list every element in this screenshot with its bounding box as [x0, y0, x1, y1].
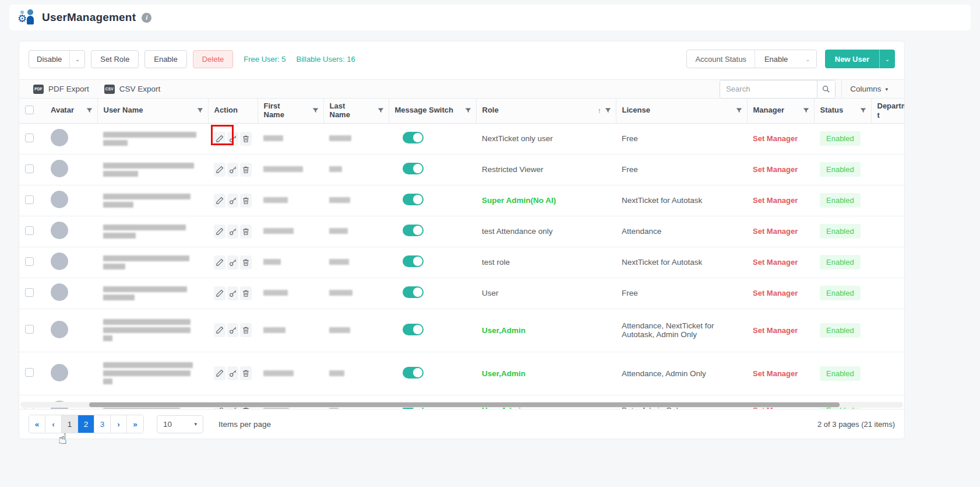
info-icon[interactable]: i — [142, 13, 151, 23]
reset-password-button[interactable] — [227, 323, 239, 337]
delete-row-button[interactable] — [240, 163, 252, 177]
filter-icon[interactable] — [86, 107, 93, 114]
select-all-checkbox[interactable] — [25, 106, 34, 114]
row-checkbox[interactable] — [25, 134, 34, 142]
last-page-button[interactable]: » — [127, 415, 143, 433]
set-manager-link[interactable]: Set Manager — [753, 165, 798, 174]
account-status-value[interactable]: Enable — [755, 55, 805, 64]
pdf-export-button[interactable]: PDF PDF Export — [33, 85, 89, 94]
page-2-button[interactable]: 2 — [78, 415, 94, 433]
scrollbar-thumb[interactable] — [89, 402, 840, 407]
first-name-redacted — [258, 352, 323, 395]
message-switch-toggle[interactable] — [403, 286, 424, 298]
set-manager-link[interactable]: Set Manager — [753, 196, 798, 205]
edit-button[interactable] — [214, 225, 225, 239]
table-row: User,Admin Attendance, Admin Only Set Ma… — [19, 352, 904, 395]
row-checkbox[interactable] — [25, 257, 34, 266]
filter-icon[interactable] — [803, 107, 809, 114]
message-switch-toggle[interactable] — [403, 367, 424, 379]
page-size-select[interactable]: 10 ▾ — [157, 415, 203, 433]
delete-row-button[interactable] — [240, 323, 252, 337]
edit-button[interactable] — [214, 366, 225, 380]
set-manager-link[interactable]: Set Manager — [753, 289, 798, 297]
set-manager-link[interactable]: Set Manager — [753, 134, 798, 143]
trash-icon — [242, 166, 250, 174]
search-button[interactable] — [817, 80, 835, 98]
prev-page-button[interactable]: ‹ — [45, 415, 62, 433]
message-switch-toggle[interactable] — [403, 194, 424, 205]
message-switch-toggle[interactable] — [403, 255, 424, 267]
reset-password-button[interactable] — [227, 255, 239, 269]
filter-icon[interactable] — [378, 107, 384, 114]
columns-button[interactable]: Columns ▾ — [842, 80, 896, 98]
csv-export-button[interactable]: CSV CSV Export — [104, 85, 161, 94]
edit-button[interactable] — [214, 194, 225, 208]
row-checkbox[interactable] — [25, 195, 34, 204]
license-cell: NextTicket for Autotask — [616, 247, 747, 278]
row-checkbox[interactable] — [25, 226, 34, 235]
first-name-redacted — [258, 247, 323, 278]
trash-icon — [242, 326, 250, 334]
row-checkbox[interactable] — [25, 368, 34, 377]
page-3-button[interactable]: 3 — [94, 415, 111, 433]
chevron-down-icon[interactable]: ⌄ — [879, 50, 895, 68]
delete-row-button[interactable] — [240, 366, 252, 380]
edit-button[interactable] — [214, 255, 225, 269]
set-manager-link[interactable]: Set Manager — [753, 326, 798, 335]
edit-button[interactable] — [214, 163, 225, 177]
next-page-button[interactable]: › — [111, 415, 127, 433]
filter-icon[interactable] — [736, 107, 742, 114]
account-status-label: Account Status — [687, 50, 755, 68]
filter-icon[interactable] — [312, 107, 319, 114]
reset-password-button[interactable] — [227, 132, 239, 146]
delete-row-button[interactable] — [240, 255, 252, 269]
new-user-button[interactable]: New User ⌄ — [825, 50, 895, 68]
delete-row-button[interactable] — [240, 194, 252, 208]
reset-password-button[interactable] — [227, 366, 239, 380]
title-bar: ⚙ UserManagement i — [9, 5, 971, 30]
filter-icon[interactable] — [465, 107, 471, 114]
filter-icon[interactable] — [860, 107, 866, 114]
row-checkbox[interactable] — [25, 288, 34, 297]
message-switch-toggle[interactable] — [403, 225, 424, 236]
delete-row-button[interactable] — [240, 225, 252, 239]
message-switch-toggle[interactable] — [403, 163, 424, 174]
horizontal-scrollbar[interactable] — [20, 402, 903, 408]
set-manager-link[interactable]: Set Manager — [753, 258, 798, 267]
chevron-down-icon[interactable]: ⌄ — [69, 51, 84, 68]
sort-ascending-icon[interactable]: ↑ — [598, 107, 601, 115]
reset-password-button[interactable] — [227, 225, 239, 239]
table-row: test Attendance only Attendance Set Mana… — [19, 216, 904, 247]
message-switch-toggle[interactable] — [403, 324, 424, 335]
account-status-filter[interactable]: Account Status Enable ⌄ — [686, 50, 816, 68]
users-table-wrap: Avatar User Name Action First Name Last … — [19, 99, 904, 409]
delete-button[interactable]: Delete — [193, 50, 234, 68]
search-input[interactable] — [720, 80, 817, 98]
reset-password-button[interactable] — [227, 286, 239, 300]
set-role-button[interactable]: Set Role — [91, 50, 139, 68]
filter-icon[interactable] — [605, 107, 611, 114]
disable-button[interactable]: Disable ⌄ — [29, 50, 85, 68]
enable-button[interactable]: Enable — [144, 50, 186, 68]
pencil-icon — [216, 135, 224, 143]
edit-button[interactable] — [214, 132, 225, 146]
status-badge: Enabled — [820, 162, 861, 177]
set-manager-link[interactable]: Set Manager — [753, 369, 798, 378]
chevron-down-icon[interactable]: ⌄ — [805, 56, 816, 62]
filter-icon[interactable] — [197, 107, 203, 114]
reset-password-button[interactable] — [227, 163, 239, 177]
edit-button[interactable] — [214, 323, 225, 337]
delete-row-button[interactable] — [240, 286, 252, 300]
page-1-button[interactable]: 1 — [62, 415, 78, 433]
first-name-redacted — [258, 123, 323, 154]
reset-password-button[interactable] — [227, 194, 239, 208]
first-page-button[interactable]: « — [29, 415, 45, 433]
delete-row-button[interactable] — [240, 132, 252, 146]
edit-button[interactable] — [214, 286, 225, 300]
last-name-redacted — [323, 123, 389, 154]
row-checkbox[interactable] — [25, 325, 34, 334]
message-switch-toggle[interactable] — [403, 132, 424, 143]
row-checkbox[interactable] — [25, 164, 34, 173]
role-cell: test role — [476, 247, 616, 278]
set-manager-link[interactable]: Set Manager — [753, 227, 798, 236]
